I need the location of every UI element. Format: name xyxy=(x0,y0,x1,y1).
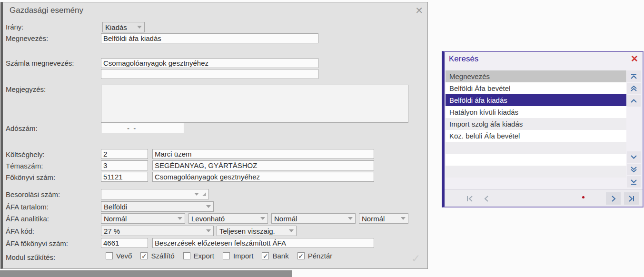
chevron-down-icon xyxy=(630,155,637,159)
checkbox-bank[interactable]: Bank xyxy=(262,252,288,260)
besorolasi-szam-select[interactable] xyxy=(101,189,209,199)
list-item[interactable]: Belföldi Áfa bevétel xyxy=(446,82,626,94)
koltseghely-name-input[interactable] xyxy=(152,149,374,159)
adoszam-input[interactable] xyxy=(101,123,184,133)
result-list: Megnevezés Belföldi Áfa bevétel Belföldi… xyxy=(446,70,626,178)
resize-corner-icon xyxy=(202,192,206,196)
scroll-down-button[interactable] xyxy=(627,151,641,163)
scroll-page-down-button[interactable] xyxy=(627,164,641,175)
list-item-empty xyxy=(446,166,626,178)
irany-value: Kiadás xyxy=(105,23,135,31)
afa-fokonyvi-szam-label: ÁFA főkönyvi szám: xyxy=(6,238,68,249)
list-item-empty xyxy=(446,142,626,154)
afa-kod-label: ÁFA kód: xyxy=(6,226,34,237)
dialog-title: Gazdasági esemény xyxy=(10,6,83,15)
adoszam-label: Adószám: xyxy=(6,123,38,134)
chevron-down-icon xyxy=(194,193,199,196)
temaszam-name-input[interactable] xyxy=(152,160,374,170)
chevron-down-icon xyxy=(137,26,142,29)
scroll-to-top-button[interactable] xyxy=(627,70,641,82)
temaszam-code-input[interactable] xyxy=(101,160,148,170)
checkbox-export[interactable]: Export xyxy=(183,252,214,260)
chevron-down-icon xyxy=(206,205,211,208)
chevron-down-icon xyxy=(178,217,182,220)
scroll-to-bottom-button[interactable] xyxy=(627,176,641,188)
afa-fokonyvi-szam-name-input[interactable] xyxy=(152,238,374,248)
fokonyvi-szam-name-input[interactable] xyxy=(152,172,374,182)
chevron-up-bar-icon xyxy=(630,73,637,79)
afa-analitika-value-3: Normál xyxy=(274,215,346,223)
checkbox-penztar[interactable]: Pénztár xyxy=(297,252,333,260)
afa-kod-value: 27 % xyxy=(104,227,204,235)
megnevezes-input[interactable] xyxy=(101,33,318,43)
list-item[interactable]: Import szolg áfa kiadás xyxy=(446,118,626,130)
panel-title: Keresés xyxy=(449,54,478,64)
checkbox-icon[interactable] xyxy=(297,252,305,259)
last-page-button[interactable] xyxy=(624,192,639,205)
afa-analitika-value-1: Normál xyxy=(104,215,175,223)
megjegyzes-textarea[interactable] xyxy=(101,85,408,123)
temaszam-label: Témaszám: xyxy=(6,161,43,171)
first-page-button[interactable] xyxy=(463,192,477,205)
last-page-icon xyxy=(627,195,635,202)
record-indicator-dot xyxy=(582,196,585,198)
modul-szukites-label: Modul szűkítés: xyxy=(6,252,55,263)
column-header[interactable]: Megnevezés xyxy=(446,70,626,82)
szamla-megnevezes-input-2[interactable] xyxy=(101,69,318,79)
checkbox-icon[interactable] xyxy=(106,252,113,259)
fokonyvi-szam-label: Főkönyvi szám: xyxy=(6,172,55,183)
modul-szukites-checkbox-row: Vevő Szállító Export Import Bank Pénztár xyxy=(106,252,341,260)
checkbox-vevo[interactable]: Vevő xyxy=(106,252,132,260)
gazdasagi-esemeny-dialog: Gazdasági esemény ✕ Irány: Kiadás Megnev… xyxy=(0,2,428,269)
list-item[interactable]: Köz. belüli Áfa bevétel xyxy=(446,130,626,142)
chevron-down-icon xyxy=(260,217,265,220)
chevron-left-icon xyxy=(484,195,489,202)
checkbox-icon[interactable] xyxy=(183,252,190,259)
fokonyvi-szam-code-input[interactable] xyxy=(101,172,148,182)
scroll-up-button[interactable] xyxy=(627,95,641,107)
list-item-selected[interactable]: Belföldi áfa kiadás xyxy=(446,94,626,106)
koltseghely-code-input[interactable] xyxy=(101,149,148,159)
checkbox-icon[interactable] xyxy=(140,252,148,259)
afa-tartalom-value: Belföldi xyxy=(104,203,204,211)
afa-kod-select-2[interactable]: Teljesen visszaig. xyxy=(217,226,297,236)
checkbox-label: Bank xyxy=(272,252,288,260)
afa-analitika-select-4[interactable]: Normál xyxy=(359,213,408,224)
double-chevron-up-icon xyxy=(630,85,637,92)
szamla-megnevezes-input[interactable] xyxy=(101,58,318,68)
pager-bar xyxy=(445,189,643,207)
double-chevron-down-icon xyxy=(630,166,637,173)
checkbox-szallito[interactable]: Szállító xyxy=(140,252,174,260)
chevron-up-icon xyxy=(630,99,637,103)
close-icon[interactable]: ✕ xyxy=(628,53,641,65)
afa-analitika-select-1[interactable]: Normál xyxy=(101,213,185,224)
afa-analitika-select-2[interactable]: Levonható xyxy=(188,213,268,224)
checkbox-label: Import xyxy=(233,252,254,260)
afa-analitika-select-3[interactable]: Normál xyxy=(271,213,356,224)
scroll-page-up-button[interactable] xyxy=(627,83,641,94)
afa-analitika-value-2: Levonható xyxy=(191,215,258,223)
megnevezes-label: Megnevezés: xyxy=(6,33,48,44)
afa-tartalom-label: ÁFA tartalom: xyxy=(6,202,49,212)
checkbox-label: Szállító xyxy=(151,252,174,260)
besorolasi-szam-label: Besorolási szám: xyxy=(6,189,60,200)
chevron-down-icon xyxy=(401,217,406,220)
list-item[interactable]: Hatályon kívüli kiadás xyxy=(446,106,626,118)
checkbox-import[interactable]: Import xyxy=(223,252,254,260)
first-page-icon xyxy=(466,195,474,202)
close-icon[interactable]: ✕ xyxy=(415,5,423,16)
afa-tartalom-select[interactable]: Belföldi xyxy=(101,201,214,212)
previous-page-button[interactable] xyxy=(479,192,494,205)
afa-kod-select[interactable]: 27 % xyxy=(101,226,214,236)
irany-select[interactable]: Kiadás xyxy=(102,22,145,32)
checkbox-icon[interactable] xyxy=(223,252,230,259)
next-page-button[interactable] xyxy=(606,192,621,205)
afa-fokonyvi-szam-code-input[interactable] xyxy=(101,238,148,248)
megjegyzes-label: Megjegyzés: xyxy=(6,84,46,95)
szamla-megnevezes-label: Számla megnevezés: xyxy=(6,58,74,69)
checkbox-icon[interactable] xyxy=(262,252,269,259)
checkbox-label: Export xyxy=(194,252,214,260)
kereses-panel: Keresés ✕ Megnevezés Belföldi Áfa bevéte… xyxy=(442,51,644,208)
afa-analitika-value-4: Normál xyxy=(362,215,398,223)
checkbox-label: Pénztár xyxy=(308,252,333,260)
